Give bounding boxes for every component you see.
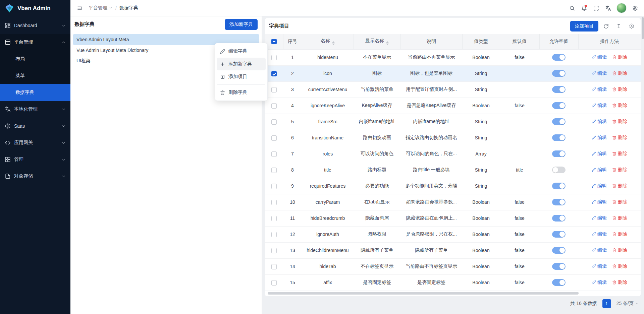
nullable-toggle[interactable]: [552, 70, 566, 77]
nullable-toggle[interactable]: [552, 263, 566, 270]
nullable-toggle[interactable]: [552, 231, 566, 238]
edit-link[interactable]: 编辑: [592, 231, 607, 237]
edit-link[interactable]: 编辑: [592, 119, 607, 125]
logo[interactable]: Vben Admin: [0, 0, 70, 16]
row-checkbox[interactable]: [271, 71, 277, 76]
delete-link[interactable]: 删除: [612, 183, 627, 189]
row-checkbox[interactable]: [271, 55, 277, 60]
row-checkbox[interactable]: [271, 232, 277, 237]
nullable-toggle[interactable]: [552, 183, 566, 189]
delete-link[interactable]: 删除: [612, 199, 627, 205]
edit-link[interactable]: 编辑: [592, 167, 607, 173]
vertical-scrollbar-thumb[interactable]: [642, 17, 644, 39]
sidebar-item-localization[interactable]: 本地化管理: [0, 101, 70, 118]
delete-link[interactable]: 删除: [612, 119, 627, 125]
sidebar-item-saas[interactable]: Saas: [0, 118, 70, 134]
nullable-toggle[interactable]: [552, 134, 566, 141]
edit-link[interactable]: 编辑: [592, 151, 607, 157]
context-menu-item-add-item[interactable]: 添加项目: [217, 70, 266, 83]
delete-link[interactable]: 删除: [612, 86, 627, 92]
sidebar-item-platform-management[interactable]: 平台管理: [0, 34, 70, 51]
nullable-toggle[interactable]: [552, 150, 566, 157]
nullable-toggle[interactable]: [552, 118, 566, 125]
column-header-display[interactable]: 显示名称: [354, 34, 400, 49]
fullscreen-icon[interactable]: [590, 2, 602, 14]
context-menu-item-add-new-dictionary[interactable]: 添加新字典: [217, 58, 266, 70]
row-checkbox[interactable]: [271, 248, 277, 253]
sidebar-subitem-data-dictionary[interactable]: 数据字典: [0, 84, 70, 101]
row-height-icon[interactable]: [614, 21, 624, 31]
row-checkbox[interactable]: [271, 135, 277, 141]
row-checkbox[interactable]: [271, 151, 277, 157]
delete-link[interactable]: 删除: [612, 54, 627, 60]
nullable-toggle[interactable]: [552, 247, 566, 254]
collapse-sidebar-icon[interactable]: [74, 2, 85, 14]
delete-link[interactable]: 删除: [612, 70, 627, 76]
horizontal-scrollbar-thumb[interactable]: [268, 292, 579, 295]
row-checkbox[interactable]: [271, 168, 277, 173]
sidebar-item-dashboard[interactable]: Dashboard: [0, 17, 70, 34]
edit-link[interactable]: 编辑: [592, 54, 607, 60]
edit-link[interactable]: 编辑: [592, 103, 607, 109]
delete-link[interactable]: 删除: [612, 167, 627, 173]
nullable-toggle[interactable]: [552, 215, 566, 222]
table-settings-gear-icon[interactable]: [627, 21, 637, 31]
sidebar-item-object-storage[interactable]: 对象存储: [0, 168, 70, 185]
edit-link[interactable]: 编辑: [592, 247, 607, 253]
delete-link[interactable]: 删除: [612, 279, 627, 286]
context-menu-item-delete-dictionary[interactable]: 删除字典: [217, 86, 266, 99]
language-icon[interactable]: [602, 2, 614, 14]
sort-icon[interactable]: [332, 41, 335, 45]
add-item-button[interactable]: 添加项目: [570, 21, 598, 32]
nullable-toggle[interactable]: [552, 54, 566, 61]
sidebar-item-management[interactable]: 管理: [0, 151, 70, 168]
edit-link[interactable]: 编辑: [592, 135, 607, 141]
row-checkbox[interactable]: [271, 264, 277, 269]
delete-link[interactable]: 删除: [612, 215, 627, 221]
sort-icon[interactable]: [386, 41, 389, 45]
pagination-page-1[interactable]: 1: [602, 299, 611, 308]
edit-link[interactable]: 编辑: [592, 263, 607, 269]
add-dictionary-button[interactable]: 添加新字典: [225, 19, 258, 30]
delete-link[interactable]: 删除: [612, 263, 627, 269]
row-checkbox[interactable]: [271, 119, 277, 125]
sidebar-item-app-gateway[interactable]: 应用网关: [0, 134, 70, 151]
row-checkbox[interactable]: [271, 216, 277, 221]
delete-link[interactable]: 删除: [612, 151, 627, 157]
edit-link[interactable]: 编辑: [592, 183, 607, 189]
edit-link[interactable]: 编辑: [592, 279, 607, 286]
select-all-header[interactable]: [265, 34, 283, 49]
nullable-toggle[interactable]: [552, 86, 566, 93]
row-checkbox[interactable]: [271, 280, 277, 286]
nullable-toggle[interactable]: [552, 167, 566, 173]
notification-bell-icon[interactable]: [578, 2, 590, 14]
nullable-toggle[interactable]: [552, 279, 566, 286]
trash-icon: [612, 264, 616, 268]
cell-num: 5: [283, 114, 302, 130]
edit-link[interactable]: 编辑: [592, 199, 607, 205]
row-checkbox[interactable]: [271, 103, 277, 109]
refresh-icon[interactable]: [601, 21, 611, 31]
edit-link[interactable]: 编辑: [592, 215, 607, 221]
context-menu-item-edit-dictionary[interactable]: 编辑字典: [217, 45, 266, 58]
settings-gear-icon[interactable]: [629, 2, 641, 14]
row-checkbox[interactable]: [271, 184, 277, 189]
delete-link[interactable]: 删除: [612, 247, 627, 253]
nullable-toggle[interactable]: [552, 199, 566, 205]
avatar[interactable]: [616, 3, 627, 13]
select-all-checkbox[interactable]: [271, 39, 277, 44]
edit-link[interactable]: 编辑: [592, 86, 607, 92]
sidebar-subitem-menu[interactable]: 菜单: [0, 67, 70, 84]
delete-link[interactable]: 删除: [612, 135, 627, 141]
delete-link[interactable]: 删除: [612, 231, 627, 237]
search-icon[interactable]: [566, 2, 578, 14]
page-size-select[interactable]: 25 条/页: [616, 301, 639, 307]
row-checkbox[interactable]: [271, 200, 277, 205]
delete-link[interactable]: 删除: [612, 103, 627, 109]
nullable-toggle[interactable]: [552, 102, 566, 109]
edit-link[interactable]: 编辑: [592, 70, 607, 76]
sidebar-subitem-layout[interactable]: 布局: [0, 51, 70, 67]
column-header-name[interactable]: 名称: [302, 34, 354, 49]
row-checkbox[interactable]: [271, 87, 277, 92]
breadcrumb-item-platform[interactable]: 平台管理: [89, 5, 113, 11]
